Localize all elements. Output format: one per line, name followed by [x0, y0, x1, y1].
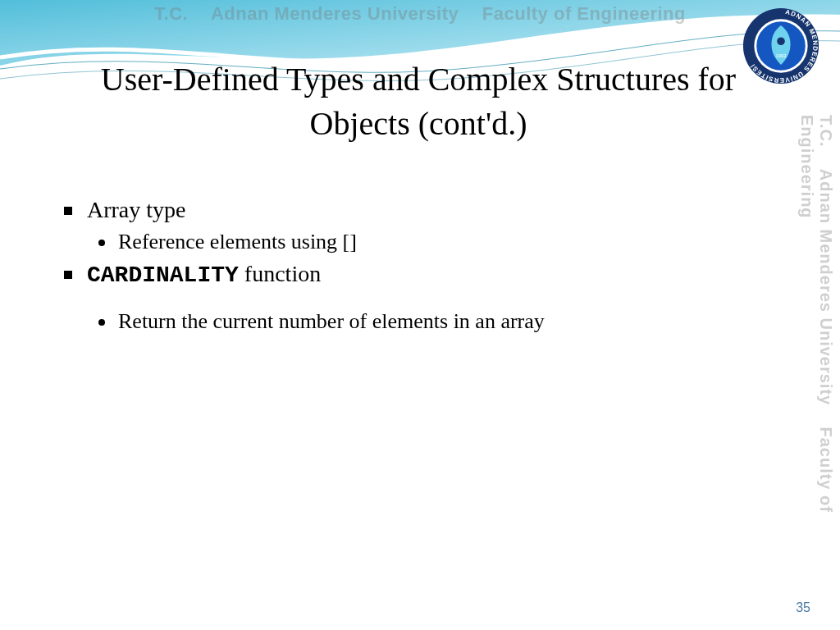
slide: T.C. Adnan Menderes University Faculty o…	[0, 0, 840, 630]
watermark-top: T.C. Adnan Menderes University Faculty o…	[0, 3, 840, 25]
slide-title: User-Defined Types and Complex Structure…	[49, 57, 788, 146]
wm-univ-v: Adnan Menderes University	[817, 169, 835, 405]
square-bullet-icon	[64, 271, 72, 279]
page-number: 35	[796, 600, 810, 615]
dot-bullet-icon	[98, 319, 105, 326]
bullet-text: Array type	[87, 197, 186, 222]
watermark-right: T.C. Adnan Menderes University Faculty o…	[809, 115, 835, 574]
svg-point-3	[777, 37, 785, 45]
bullet-array-type: Array type	[64, 197, 786, 223]
subbullet-reference-elements: Reference elements using []	[98, 230, 786, 254]
square-bullet-icon	[64, 207, 72, 215]
wm-univ: Adnan Menderes University	[211, 3, 459, 24]
bullet-cardinality: CARDINALITY function	[64, 261, 786, 288]
subbullet-return-count: Return the current number of elements in…	[98, 309, 786, 334]
wm-faculty: Faculty of Engineering	[482, 3, 686, 24]
wm-tc: T.C.	[154, 3, 188, 24]
dot-bullet-icon	[98, 240, 105, 246]
code-keyword: CARDINALITY	[87, 262, 239, 288]
subbullet-text: Reference elements using []	[118, 230, 357, 253]
wm-tc-v: T.C.	[817, 115, 835, 148]
slide-body: Array type Reference elements using [] C…	[64, 197, 786, 340]
subbullet-text: Return the current number of elements in…	[118, 309, 545, 333]
bullet-text: function	[239, 261, 321, 286]
